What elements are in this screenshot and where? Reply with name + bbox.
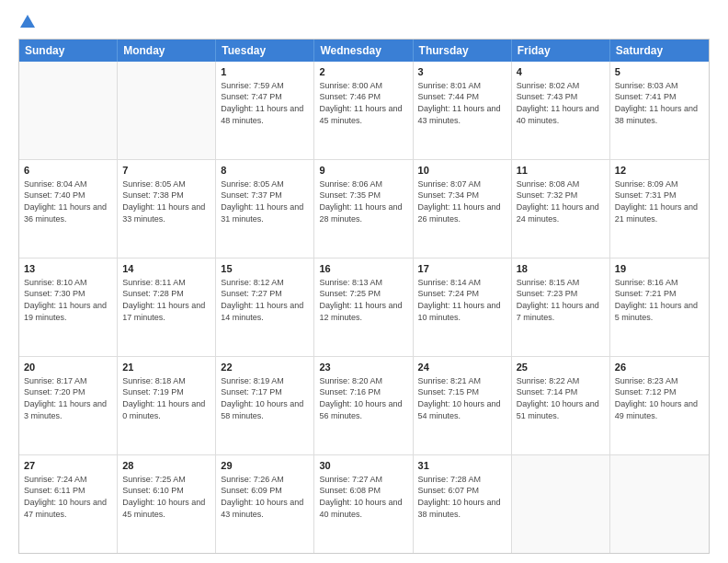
cell-content: Sunrise: 8:20 AM Sunset: 7:16 PM Dayligh… (319, 375, 407, 421)
cell-content: Sunrise: 8:13 AM Sunset: 7:25 PM Dayligh… (319, 277, 407, 323)
header (18, 15, 710, 29)
calendar-cell: 24Sunrise: 8:21 AM Sunset: 7:15 PM Dayli… (414, 357, 512, 454)
day-number: 1 (221, 65, 309, 79)
day-number: 29 (221, 459, 309, 473)
calendar-header-day: Tuesday (216, 40, 314, 62)
calendar-cell: 3Sunrise: 8:01 AM Sunset: 7:44 PM Daylig… (414, 62, 512, 159)
calendar-cell: 12Sunrise: 8:09 AM Sunset: 7:31 PM Dayli… (610, 160, 709, 258)
calendar-cell: 25Sunrise: 8:22 AM Sunset: 7:14 PM Dayli… (512, 357, 610, 454)
calendar-cell: 10Sunrise: 8:07 AM Sunset: 7:34 PM Dayli… (414, 160, 512, 258)
cell-content: Sunrise: 8:19 AM Sunset: 7:17 PM Dayligh… (221, 375, 309, 421)
cell-content: Sunrise: 8:15 AM Sunset: 7:23 PM Dayligh… (517, 277, 605, 323)
cell-content: Sunrise: 8:07 AM Sunset: 7:34 PM Dayligh… (418, 178, 506, 224)
calendar-cell: 15Sunrise: 8:12 AM Sunset: 7:27 PM Dayli… (216, 259, 314, 356)
cell-content: Sunrise: 8:21 AM Sunset: 7:15 PM Dayligh… (418, 375, 506, 421)
day-number: 23 (319, 361, 407, 374)
calendar-cell: 11Sunrise: 8:08 AM Sunset: 7:32 PM Dayli… (512, 160, 610, 258)
cell-content: Sunrise: 7:25 AM Sunset: 6:10 PM Dayligh… (122, 474, 210, 520)
day-number: 12 (615, 164, 704, 178)
cell-content: Sunrise: 8:05 AM Sunset: 7:37 PM Dayligh… (221, 178, 309, 224)
cell-content: Sunrise: 8:01 AM Sunset: 7:44 PM Dayligh… (418, 80, 506, 126)
cell-content: Sunrise: 8:02 AM Sunset: 7:43 PM Dayligh… (517, 80, 605, 126)
day-number: 22 (221, 361, 309, 374)
calendar-cell: 5Sunrise: 8:03 AM Sunset: 7:41 PM Daylig… (610, 62, 709, 159)
day-number: 4 (517, 65, 605, 79)
day-number: 13 (24, 262, 112, 276)
calendar-header: SundayMondayTuesdayWednesdayThursdayFrid… (19, 40, 709, 62)
calendar-cell: 14Sunrise: 8:11 AM Sunset: 7:28 PM Dayli… (118, 259, 216, 356)
cell-content: Sunrise: 8:10 AM Sunset: 7:30 PM Dayligh… (24, 277, 112, 323)
day-number: 30 (319, 459, 407, 473)
cell-content: Sunrise: 8:05 AM Sunset: 7:38 PM Dayligh… (122, 178, 210, 224)
calendar-cell: 19Sunrise: 8:16 AM Sunset: 7:21 PM Dayli… (610, 259, 709, 356)
day-number: 2 (319, 65, 407, 79)
calendar-cell (19, 62, 118, 159)
cell-content: Sunrise: 8:08 AM Sunset: 7:32 PM Dayligh… (517, 178, 605, 224)
day-number: 18 (517, 262, 605, 276)
cell-content: Sunrise: 7:26 AM Sunset: 6:09 PM Dayligh… (221, 474, 309, 520)
logo (18, 15, 35, 29)
cell-content: Sunrise: 7:28 AM Sunset: 6:07 PM Dayligh… (418, 474, 506, 520)
cell-content: Sunrise: 8:18 AM Sunset: 7:19 PM Dayligh… (122, 375, 210, 421)
calendar-cell: 8Sunrise: 8:05 AM Sunset: 7:37 PM Daylig… (216, 160, 314, 258)
cell-content: Sunrise: 8:23 AM Sunset: 7:12 PM Dayligh… (615, 375, 704, 421)
calendar-cell: 26Sunrise: 8:23 AM Sunset: 7:12 PM Dayli… (610, 357, 709, 454)
day-number: 26 (615, 361, 704, 374)
logo-triangle-icon (20, 15, 35, 28)
calendar-cell: 9Sunrise: 8:06 AM Sunset: 7:35 PM Daylig… (314, 160, 413, 258)
cell-content: Sunrise: 7:59 AM Sunset: 7:47 PM Dayligh… (221, 80, 309, 126)
calendar-week-row: 13Sunrise: 8:10 AM Sunset: 7:30 PM Dayli… (19, 258, 709, 356)
day-number: 28 (122, 459, 210, 473)
calendar-cell (610, 455, 709, 553)
day-number: 14 (122, 262, 210, 276)
calendar-cell: 7Sunrise: 8:05 AM Sunset: 7:38 PM Daylig… (118, 160, 216, 258)
calendar-cell: 16Sunrise: 8:13 AM Sunset: 7:25 PM Dayli… (314, 259, 413, 356)
calendar-cell: 21Sunrise: 8:18 AM Sunset: 7:19 PM Dayli… (118, 357, 216, 454)
day-number: 17 (418, 262, 506, 276)
day-number: 3 (418, 65, 506, 79)
calendar-cell: 1Sunrise: 7:59 AM Sunset: 7:47 PM Daylig… (216, 62, 314, 159)
calendar-cell (118, 62, 216, 159)
cell-content: Sunrise: 8:09 AM Sunset: 7:31 PM Dayligh… (615, 178, 704, 224)
day-number: 16 (319, 262, 407, 276)
day-number: 24 (418, 361, 506, 374)
calendar-week-row: 20Sunrise: 8:17 AM Sunset: 7:20 PM Dayli… (19, 356, 709, 454)
calendar-header-day: Wednesday (314, 40, 413, 62)
day-number: 21 (122, 361, 210, 374)
calendar-header-day: Sunday (19, 40, 118, 62)
calendar-cell: 4Sunrise: 8:02 AM Sunset: 7:43 PM Daylig… (512, 62, 610, 159)
calendar-cell (512, 455, 610, 553)
cell-content: Sunrise: 8:04 AM Sunset: 7:40 PM Dayligh… (24, 178, 112, 224)
cell-content: Sunrise: 8:17 AM Sunset: 7:20 PM Dayligh… (24, 375, 112, 421)
cell-content: Sunrise: 8:12 AM Sunset: 7:27 PM Dayligh… (221, 277, 309, 323)
calendar-cell: 29Sunrise: 7:26 AM Sunset: 6:09 PM Dayli… (216, 455, 314, 553)
day-number: 19 (615, 262, 704, 276)
cell-content: Sunrise: 8:03 AM Sunset: 7:41 PM Dayligh… (615, 80, 704, 126)
calendar-cell: 28Sunrise: 7:25 AM Sunset: 6:10 PM Dayli… (118, 455, 216, 553)
cell-content: Sunrise: 8:00 AM Sunset: 7:46 PM Dayligh… (319, 80, 407, 126)
calendar-cell: 23Sunrise: 8:20 AM Sunset: 7:16 PM Dayli… (314, 357, 413, 454)
day-number: 7 (122, 164, 210, 178)
calendar-cell: 31Sunrise: 7:28 AM Sunset: 6:07 PM Dayli… (414, 455, 512, 553)
cell-content: Sunrise: 7:27 AM Sunset: 6:08 PM Dayligh… (319, 474, 407, 520)
calendar-cell: 6Sunrise: 8:04 AM Sunset: 7:40 PM Daylig… (19, 160, 118, 258)
day-number: 20 (24, 361, 112, 374)
day-number: 31 (418, 459, 506, 473)
page: SundayMondayTuesdayWednesdayThursdayFrid… (0, 0, 728, 563)
cell-content: Sunrise: 8:22 AM Sunset: 7:14 PM Dayligh… (517, 375, 605, 421)
cell-content: Sunrise: 8:14 AM Sunset: 7:24 PM Dayligh… (418, 277, 506, 323)
cell-content: Sunrise: 7:24 AM Sunset: 6:11 PM Dayligh… (24, 474, 112, 520)
calendar-header-day: Monday (118, 40, 216, 62)
calendar-cell: 13Sunrise: 8:10 AM Sunset: 7:30 PM Dayli… (19, 259, 118, 356)
day-number: 27 (24, 459, 112, 473)
day-number: 11 (517, 164, 605, 178)
day-number: 25 (517, 361, 605, 374)
calendar-header-day: Saturday (610, 40, 709, 62)
calendar-week-row: 6Sunrise: 8:04 AM Sunset: 7:40 PM Daylig… (19, 159, 709, 258)
day-number: 10 (418, 164, 506, 178)
day-number: 9 (319, 164, 407, 178)
day-number: 15 (221, 262, 309, 276)
day-number: 8 (221, 164, 309, 178)
calendar-cell: 20Sunrise: 8:17 AM Sunset: 7:20 PM Dayli… (19, 357, 118, 454)
calendar-week-row: 1Sunrise: 7:59 AM Sunset: 7:47 PM Daylig… (19, 62, 709, 159)
